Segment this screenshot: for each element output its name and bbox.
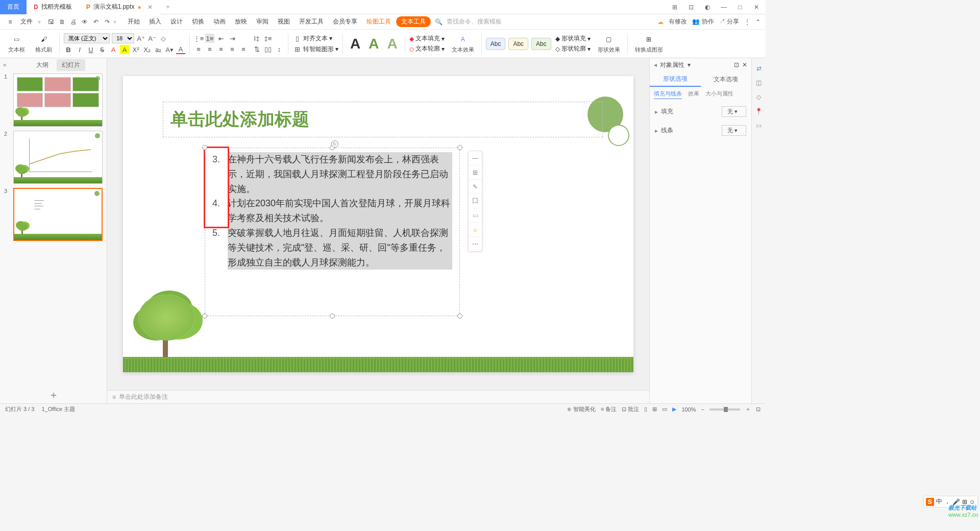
user-avatar[interactable]: ◐ [702, 2, 713, 12]
font-color2-icon[interactable]: A [176, 45, 185, 54]
format-painter-button[interactable]: 🖌 格式刷 [32, 34, 55, 54]
indent-left-icon[interactable]: ⇤ [216, 34, 226, 43]
zoom-in-icon[interactable]: ＋ [745, 405, 751, 413]
tab-home[interactable]: 首页 [0, 0, 27, 14]
add-slide-button[interactable]: ＋ [0, 386, 107, 403]
content-textbox[interactable]: 在神舟十六号载人飞行任务新闻发布会上，林西强表示，近期，我国载人月球探测工程登月… [205, 148, 460, 316]
float-bulb-icon[interactable]: ☼ [469, 223, 482, 237]
side-location-icon[interactable]: 📍 [754, 106, 764, 116]
view-reading-icon[interactable]: ▭ [662, 406, 667, 413]
rp-close-icon[interactable]: ✕ [742, 61, 747, 68]
indent-right-icon[interactable]: ⇥ [228, 34, 237, 43]
menu-design[interactable]: 设计 [166, 15, 187, 28]
slide-canvas[interactable]: 单击此处添加标题 在神舟十六号载人飞行任务新闻发布会上，林西强表示，近期，我国载… [123, 76, 633, 372]
beautify-button[interactable]: ⊕ 智能美化 [567, 405, 596, 413]
shape-fill-button[interactable]: 形状填充 [561, 34, 586, 43]
shape-style-1[interactable]: Abc [486, 38, 506, 50]
text-outline-button[interactable]: 文本轮廓 [415, 44, 440, 53]
zoom-slider[interactable] [709, 408, 740, 411]
fit-icon[interactable]: ⊡ [756, 406, 761, 413]
wordart-gallery[interactable]: A A A [347, 36, 401, 52]
print-icon[interactable]: 🖨 [68, 17, 79, 27]
bold-icon[interactable]: B [64, 45, 73, 54]
layout-icon[interactable]: ⊞ [670, 2, 680, 12]
apps-icon[interactable]: ⊡ [686, 2, 696, 12]
side-style-icon[interactable]: ◫ [754, 78, 764, 88]
float-layout-icon[interactable]: ⊞ [469, 165, 482, 180]
expand-icon[interactable]: ⌃ [755, 18, 761, 26]
italic-icon[interactable]: I [75, 45, 84, 54]
tab-close-icon[interactable]: ✕ [148, 4, 153, 11]
side-shape-icon[interactable]: ◇ [754, 92, 764, 102]
font-name-select[interactable]: 黑体 (正文) [64, 33, 110, 43]
more-icon[interactable]: ⋮ [744, 18, 750, 26]
superscript-icon[interactable]: X² [131, 45, 140, 54]
menu-file[interactable]: 文件 [16, 15, 37, 28]
align-center-icon[interactable]: ≡ [205, 44, 214, 54]
shape-style-3[interactable]: Abc [531, 38, 551, 50]
change-case-icon[interactable]: a₂ [154, 45, 163, 54]
float-more-icon[interactable]: ⋯ [469, 237, 482, 251]
textbox-button[interactable]: ▭ 文本框 [5, 34, 28, 54]
panel-collapse-icon[interactable]: « [3, 61, 7, 68]
search-icon[interactable]: 🔍 [435, 18, 443, 26]
wordart-style-2[interactable]: A [365, 36, 382, 52]
rp-line-row[interactable]: ▸线条 无 ▾ [650, 121, 751, 140]
subscript-icon[interactable]: X₂ [142, 45, 152, 54]
menu-transition[interactable]: 切换 [188, 15, 208, 28]
font-size-select[interactable]: 18 [112, 33, 134, 43]
align-text-button[interactable]: 对齐文本 [303, 34, 328, 43]
preview-icon[interactable]: 👁 [80, 17, 90, 27]
font-effect-icon[interactable]: A▾ [165, 45, 174, 54]
spacing-icon[interactable]: ⇅ [252, 44, 261, 54]
underline-icon[interactable]: U [86, 45, 95, 54]
align-right-icon[interactable]: ≡ [216, 44, 226, 54]
menu-vip[interactable]: 会员专享 [329, 15, 361, 28]
list-item[interactable]: 计划在2030年前实现中国人首次登陆月球，开展月球科学考察及相关技术试验。 [212, 196, 452, 226]
fill-select[interactable]: 无 ▾ [722, 106, 746, 117]
search-input[interactable]: 查找命令、搜索模板 [447, 17, 502, 26]
menu-start[interactable]: 开始 [124, 15, 144, 28]
tab-document[interactable]: P 演示文稿1.pptx ● ✕ [79, 0, 160, 14]
text-effect-button[interactable]: A 文本效果 [449, 34, 477, 54]
shrink-font-icon[interactable]: A⁻ [148, 34, 157, 43]
menu-icon[interactable]: ≡ [5, 17, 15, 27]
tab-templates[interactable]: D 找稻壳模板 [27, 0, 79, 14]
title-placeholder[interactable]: 单击此处添加标题 [163, 102, 603, 137]
rotate-handle[interactable]: ↻ [331, 140, 338, 148]
rp-pin-icon[interactable]: ⊡ [734, 61, 739, 68]
menu-animation[interactable]: 动画 [209, 15, 230, 28]
share-button[interactable]: ↗ 分享 [719, 17, 739, 26]
rp-fill-row[interactable]: ▸填充 无 ▾ [650, 102, 751, 121]
notes-toggle[interactable]: ≡ 备注 [601, 405, 617, 413]
rp-tab-text[interactable]: 文本选项 [701, 71, 752, 87]
float-collapse-icon[interactable]: — [469, 151, 482, 165]
float-frame-icon[interactable]: 囗 [469, 194, 482, 208]
side-props-icon[interactable]: ⇄ [754, 63, 764, 74]
tab-add-button[interactable]: ＋ [160, 3, 176, 11]
rp-sub-effect[interactable]: 效果 [688, 90, 699, 99]
menu-slideshow[interactable]: 放映 [231, 15, 251, 28]
list-item[interactable]: 在神舟十六号载人飞行任务新闻发布会上，林西强表示，近期，我国载人月球探测工程登月… [212, 152, 452, 196]
shape-style-gallery[interactable]: Abc Abc Abc [486, 38, 551, 50]
bullets-icon[interactable]: ⋮≡ [194, 34, 203, 43]
shape-effect-button[interactable]: ▢ 形状效果 [595, 34, 623, 54]
collab-icon[interactable]: 👥 协作 [692, 17, 714, 26]
menu-view[interactable]: 视图 [274, 15, 294, 28]
rp-sub-fill[interactable]: 填充与线条 [654, 90, 682, 99]
play-icon[interactable]: ▶ [672, 406, 676, 413]
wordart-style-3[interactable]: A [384, 36, 400, 52]
thumb-3[interactable]: ▪▪▪▪▪▪▪▪▪▪▪▪▪▪▪▪▪▪▪▪▪▪▪▪▪▪▪▪▪▪▪▪▪▪▪▪▪▪▪▪… [13, 188, 103, 241]
menu-review[interactable]: 审阅 [252, 15, 273, 28]
vertical-icon[interactable]: ↕ [275, 44, 284, 54]
view-sorter-icon[interactable]: ⊞ [652, 406, 657, 413]
align-justify-icon[interactable]: ≡ [228, 44, 237, 54]
text-direction-icon[interactable]: I‡ [252, 34, 261, 43]
slides-tab[interactable]: 幻灯片 [57, 59, 85, 71]
numbering-icon[interactable]: 1≡ [205, 34, 214, 43]
clear-format-icon[interactable]: ◇ [159, 34, 168, 43]
bulk-toggle[interactable]: ⊡ 批注 [622, 405, 639, 413]
thumb-1[interactable] [13, 74, 103, 127]
align-left-icon[interactable]: ≡ [194, 44, 203, 54]
align-dist-icon[interactable]: ≡ [239, 44, 248, 54]
